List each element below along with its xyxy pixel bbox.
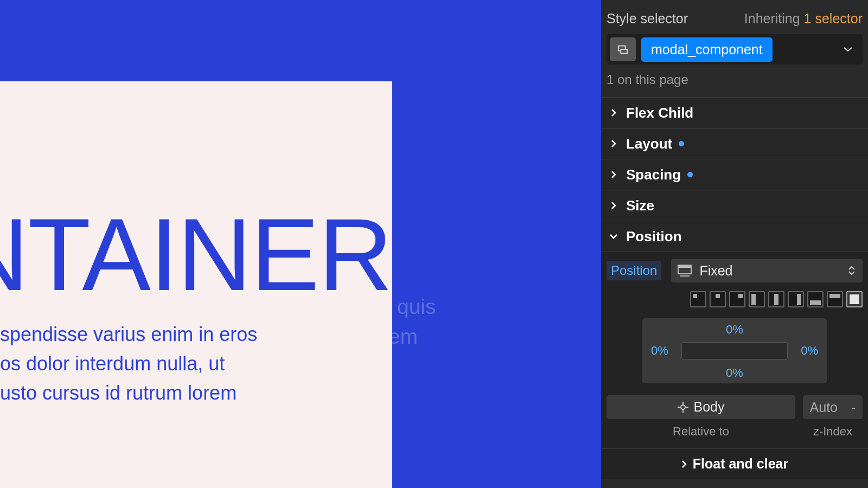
relative-to-select[interactable]: Body [607, 395, 795, 419]
anchor-preset-right[interactable] [788, 291, 804, 307]
position-value-select[interactable]: Fixed [671, 259, 863, 282]
chevron-right-icon [607, 139, 621, 148]
relative-to-label: Relative to [607, 425, 795, 439]
design-canvas[interactable]: mi quis n lorem CONTAINER spendisse vari… [0, 0, 601, 488]
style-selector-title: Style selector [607, 11, 688, 27]
z-index-label: z-Index [803, 425, 863, 439]
svg-point-5 [681, 405, 685, 409]
position-fixed-icon [678, 265, 692, 277]
modal-body-text[interactable]: spendisse varius enim in eros os dolor i… [0, 320, 282, 408]
state-selector-button[interactable] [610, 37, 636, 61]
section-layout[interactable]: Layout [601, 128, 868, 159]
float-and-clear-toggle[interactable]: Float and clear [601, 448, 868, 479]
style-selector-block: Style selector Inheriting 1 selector mod… [601, 0, 868, 97]
inheriting-count: 1 selector [804, 11, 863, 26]
anchor-preset-top-center[interactable] [710, 291, 726, 307]
chevron-right-icon [607, 201, 621, 210]
modified-indicator-icon [687, 172, 693, 177]
element-icon [617, 43, 629, 55]
class-pill[interactable]: modal_component [641, 37, 773, 62]
z-index-dash: - [851, 400, 856, 415]
inheriting-prefix: Inheriting [744, 11, 804, 26]
inheriting-label[interactable]: Inheriting 1 selector [744, 11, 863, 27]
section-size[interactable]: Size [601, 190, 868, 221]
anchor-preset-center[interactable] [768, 291, 784, 307]
chevron-down-icon [607, 233, 621, 240]
select-stepper-icon [848, 266, 855, 275]
section-layout-label: Layout [626, 136, 672, 152]
selector-page-count[interactable]: 1 on this page [601, 65, 868, 89]
section-flex-child[interactable]: Flex Child [601, 97, 868, 128]
section-size-label: Size [626, 197, 654, 214]
position-value-text: Fixed [699, 263, 732, 279]
section-position[interactable]: Position [601, 221, 868, 252]
svg-rect-4 [680, 275, 690, 277]
modified-indicator-icon [679, 141, 684, 146]
position-property-label[interactable]: Position [607, 261, 661, 280]
offset-inner-box [681, 342, 788, 359]
offset-top-input[interactable]: 0% [726, 323, 743, 337]
chevron-down-icon [843, 46, 853, 53]
chevron-right-icon [607, 170, 621, 179]
anchor-preset-top-left[interactable] [690, 291, 706, 307]
relative-to-value: Body [694, 399, 725, 415]
modal-title[interactable]: CONTAINER [0, 195, 392, 313]
section-flex-child-label: Flex Child [626, 105, 693, 121]
selector-dropdown-button[interactable] [837, 46, 859, 53]
crosshair-icon [678, 402, 688, 413]
position-anchor-presets [607, 291, 863, 307]
anchor-preset-top-right[interactable] [729, 291, 745, 307]
chevron-right-icon [607, 108, 621, 117]
anchor-preset-bottom[interactable] [807, 291, 824, 307]
float-and-clear-label: Float and clear [693, 456, 788, 472]
position-offset-editor: 0% 0% 0% 0% [607, 315, 863, 387]
chevron-right-icon [681, 460, 687, 468]
offset-bottom-input[interactable]: 0% [726, 366, 743, 380]
section-position-label: Position [626, 228, 682, 245]
svg-rect-3 [678, 265, 691, 268]
modal-card[interactable]: CONTAINER spendisse varius enim in eros … [0, 81, 392, 488]
position-section-body: Position Fixed [601, 252, 868, 448]
section-spacing-label: Spacing [626, 166, 681, 183]
offset-left-input[interactable]: 0% [651, 344, 668, 358]
svg-rect-1 [621, 49, 627, 53]
app-root: mi quis n lorem CONTAINER spendisse vari… [0, 0, 868, 488]
offset-right-input[interactable]: 0% [801, 344, 818, 358]
anchor-preset-left[interactable] [749, 291, 765, 307]
style-panel: Style selector Inheriting 1 selector mod… [601, 0, 868, 488]
section-spacing[interactable]: Spacing [601, 159, 868, 190]
anchor-preset-full[interactable] [846, 291, 863, 307]
z-index-value: Auto [810, 400, 838, 415]
anchor-preset-top[interactable] [827, 291, 843, 307]
selector-pill-row[interactable]: modal_component [607, 34, 863, 65]
z-index-input[interactable]: Auto - [803, 395, 863, 419]
